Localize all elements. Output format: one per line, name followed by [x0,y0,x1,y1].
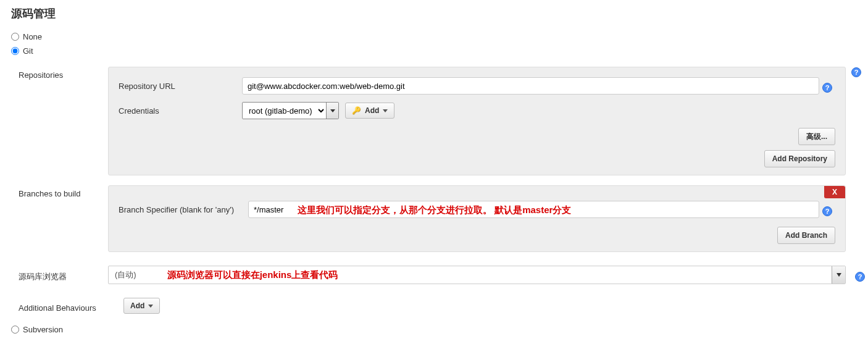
add-repository-button[interactable]: Add Repository [764,150,835,167]
add-branch-button[interactable]: Add Branch [777,227,835,244]
label-branch-specifier: Branch Specifier (blank for 'any') [119,205,248,214]
row-additional-behaviours: Additional Behaviours Add [0,295,868,316]
help-icon[interactable]: ? [822,206,832,216]
chevron-down-icon[interactable] [832,266,845,284]
label-branches: Branches to build [0,185,108,198]
select-credentials-inner[interactable]: root (gitlab-demo) [243,103,326,119]
row-branches: Branches to build X Branch Specifier (bl… [0,183,868,255]
panel-branch: X Branch Specifier (blank for 'any') 这里我… [108,185,846,252]
label-repositories: Repositories [0,67,108,80]
key-icon: 🔑 [352,106,361,115]
label-credentials: Credentials [119,106,242,116]
annotation-browser: 源码浏览器可以直接在jenkins上查看代码 [167,269,338,280]
source-browser-value: (自动) [109,269,143,280]
radio-none-label: None [23,32,42,41]
input-branch-specifier[interactable] [248,201,819,218]
radio-subversion-label: Subversion [23,325,63,334]
input-repo-url[interactable] [242,77,819,95]
add-behaviour-label: Add [130,301,144,310]
radio-git-label: Git [23,46,33,56]
row-repositories: Repositories ? Repository URL ? Credenti… [0,64,868,178]
advanced-button[interactable]: 高级... [798,128,835,145]
help-icon[interactable]: ? [851,67,861,77]
scm-option-git[interactable]: Git [0,44,868,58]
add-credentials-button[interactable]: 🔑 Add [345,103,394,119]
help-icon[interactable]: ? [822,83,832,93]
row-source-browser: 源码库浏览器 (自动) 源码浏览器可以直接在jenkins上查看代码 ? [0,263,868,287]
radio-git[interactable] [11,47,19,55]
select-source-browser[interactable]: (自动) 源码浏览器可以直接在jenkins上查看代码 [108,266,846,284]
label-source-browser: 源码库浏览器 [0,267,108,282]
scm-option-none[interactable]: None [0,30,868,44]
panel-repository: ? Repository URL ? Credentials [108,67,846,175]
section-title: 源码管理 [0,0,868,30]
git-settings: Repositories ? Repository URL ? Credenti… [0,58,868,316]
label-additional-behaviours: Additional Behaviours [0,300,123,313]
help-icon[interactable]: ? [855,272,865,282]
scm-option-subversion[interactable]: Subversion [0,322,868,337]
radio-none[interactable] [11,33,19,41]
scm-config-page: 源码管理 None Git Repositories ? Repository … [0,0,868,341]
add-credentials-label: Add [365,106,379,115]
radio-subversion[interactable] [11,326,19,334]
select-credentials[interactable]: root (gitlab-demo) [242,102,339,119]
label-repo-url: Repository URL [119,82,242,91]
add-behaviour-button[interactable]: Add [123,298,160,314]
chevron-down-icon[interactable] [326,103,338,119]
